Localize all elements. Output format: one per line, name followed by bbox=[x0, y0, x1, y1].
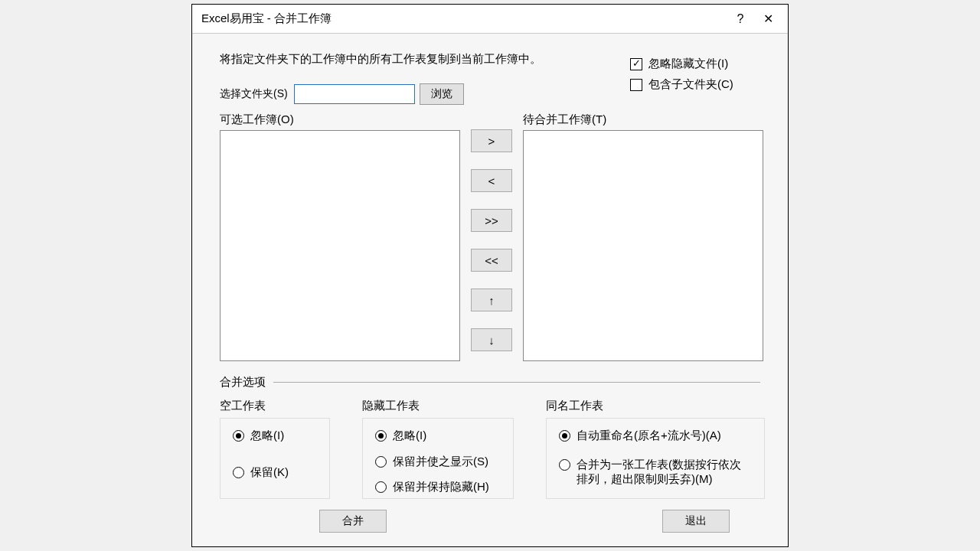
samename-merge-radio[interactable] bbox=[559, 459, 570, 471]
ignore-hidden-checkbox[interactable] bbox=[630, 58, 642, 70]
empty-sheet-title: 空工作表 bbox=[220, 399, 330, 413]
move-down-button[interactable]: ↓ bbox=[471, 328, 512, 351]
selected-listbox[interactable] bbox=[523, 130, 763, 361]
browse-button[interactable]: 浏览 bbox=[420, 83, 464, 105]
hidden-keep-radio[interactable] bbox=[375, 481, 387, 493]
samename-sheet-title: 同名工作表 bbox=[546, 399, 765, 413]
available-list-label: 可选工作簿(O) bbox=[220, 112, 460, 127]
empty-keep-label: 保留(K) bbox=[250, 465, 289, 480]
hidden-ignore-radio[interactable] bbox=[375, 430, 387, 442]
hidden-show-radio[interactable] bbox=[375, 456, 387, 468]
exit-button[interactable]: 退出 bbox=[662, 510, 730, 533]
move-all-right-button[interactable]: >> bbox=[471, 209, 512, 232]
description-text: 将指定文件夹下的工作簿中的所有工作表复制到当前工作簿中。 bbox=[220, 52, 630, 67]
hidden-sheet-title: 隐藏工作表 bbox=[362, 399, 514, 413]
move-left-button[interactable]: < bbox=[471, 169, 512, 192]
titlebar: Excel易用宝 - 合并工作簿 ? ✕ bbox=[192, 5, 788, 34]
folder-label: 选择文件夹(S) bbox=[220, 87, 288, 101]
dialog-title: Excel易用宝 - 合并工作簿 bbox=[201, 11, 727, 26]
dialog-content: 将指定文件夹下的工作簿中的所有工作表复制到当前工作簿中。 选择文件夹(S) 浏览… bbox=[192, 34, 788, 546]
samename-rename-label: 自动重命名(原名+流水号)(A) bbox=[577, 428, 721, 443]
empty-ignore-radio[interactable] bbox=[233, 430, 244, 442]
available-listbox[interactable] bbox=[220, 130, 460, 361]
hidden-keep-label: 保留并保持隐藏(H) bbox=[393, 479, 489, 494]
selected-list-label: 待合并工作簿(T) bbox=[523, 112, 763, 127]
hidden-show-label: 保留并使之显示(S) bbox=[393, 454, 488, 469]
samename-rename-radio[interactable] bbox=[559, 430, 570, 442]
move-right-button[interactable]: > bbox=[471, 129, 512, 152]
merge-button[interactable]: 合并 bbox=[319, 510, 387, 533]
hidden-ignore-label: 忽略(I) bbox=[393, 428, 426, 443]
empty-ignore-label: 忽略(I) bbox=[250, 428, 284, 443]
include-subfolders-checkbox[interactable] bbox=[630, 79, 642, 91]
include-subfolders-label: 包含子文件夹(C) bbox=[648, 77, 733, 92]
close-icon[interactable]: ✕ bbox=[754, 8, 782, 31]
help-icon[interactable]: ? bbox=[727, 8, 754, 31]
folder-input[interactable] bbox=[294, 84, 415, 104]
move-up-button[interactable]: ↑ bbox=[471, 289, 512, 311]
move-all-left-button[interactable]: << bbox=[471, 249, 512, 272]
divider bbox=[273, 382, 760, 383]
empty-keep-radio[interactable] bbox=[233, 467, 244, 478]
merge-workbooks-dialog: Excel易用宝 - 合并工作簿 ? ✕ 将指定文件夹下的工作簿中的所有工作表复… bbox=[191, 4, 789, 547]
ignore-hidden-label: 忽略隐藏文件(I) bbox=[648, 57, 728, 71]
merge-options-label: 合并选项 bbox=[220, 375, 266, 390]
samename-merge-label: 合并为一张工作表(数据按行依次排列，超出限制则丢弃)(M) bbox=[577, 457, 752, 487]
